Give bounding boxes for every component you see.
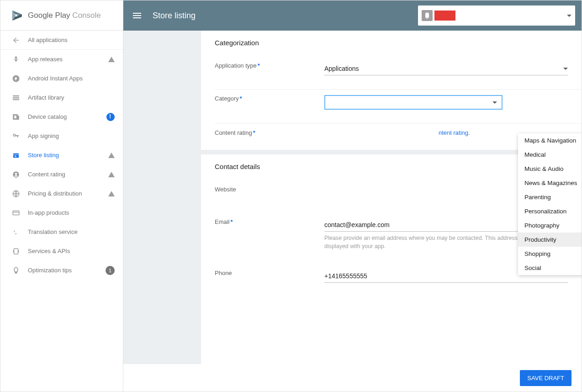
- category-select[interactable]: [324, 95, 503, 110]
- content-rating-label: Content rating*: [215, 129, 324, 136]
- website-label: Website: [215, 186, 324, 193]
- left-gutter: [123, 31, 201, 392]
- globe-icon: [11, 189, 21, 198]
- save-draft-button[interactable]: SAVE DRAFT: [520, 370, 571, 386]
- key-icon: [11, 132, 21, 141]
- app-type-label: Application type*: [215, 62, 324, 69]
- nav-instant-apps[interactable]: Android Instant Apps: [0, 69, 123, 88]
- warning-icon: [108, 172, 115, 177]
- nav-app-releases[interactable]: App releases: [0, 50, 123, 69]
- nav-services-apis[interactable]: Services & APIs: [0, 242, 123, 261]
- nav-translation[interactable]: Translation service: [0, 222, 123, 242]
- category-option[interactable]: News & Magazines: [518, 176, 582, 190]
- logo: Google Play Console: [0, 0, 123, 31]
- nav-all-applications[interactable]: All applications: [0, 31, 123, 50]
- footer: SAVE DRAFT: [123, 364, 582, 392]
- category-option[interactable]: Parenting: [518, 190, 582, 204]
- svg-rect-6: [14, 249, 18, 254]
- app-type-select[interactable]: Applications: [324, 62, 568, 75]
- rating-icon: [11, 170, 21, 179]
- chevron-down-icon: [567, 15, 571, 17]
- main: Store listing Categorization Applicatio: [123, 0, 582, 392]
- back-arrow-icon: [11, 36, 21, 45]
- category-option[interactable]: Medical: [518, 148, 582, 162]
- svg-rect-4: [13, 211, 19, 215]
- nav-content-rating[interactable]: Content rating: [0, 165, 123, 184]
- nav-device-catalog[interactable]: Device catalog: [0, 107, 123, 127]
- warning-icon: [108, 57, 115, 62]
- nav-store-listing[interactable]: Store listing: [0, 146, 123, 165]
- category-option[interactable]: Photography: [518, 218, 582, 233]
- category-option[interactable]: Productivity: [518, 233, 582, 247]
- nav-in-app-products[interactable]: In-app products: [0, 203, 123, 222]
- svg-point-2: [15, 173, 17, 175]
- chevron-down-icon: [492, 101, 497, 104]
- bolt-icon: [11, 74, 21, 83]
- play-console-logo-icon: [11, 9, 24, 22]
- android-icon: [422, 10, 433, 21]
- rocket-icon: [11, 55, 21, 64]
- logo-text: Google Play Console: [28, 11, 101, 20]
- app-picker[interactable]: [418, 5, 575, 26]
- nav-pricing[interactable]: Pricing & distribution: [0, 184, 123, 203]
- warning-icon: [108, 153, 115, 158]
- content-rating-link[interactable]: ntent rating.: [439, 129, 470, 136]
- svg-rect-5: [13, 212, 19, 212]
- shop-icon: [11, 151, 21, 160]
- phone-label: Phone: [215, 270, 324, 276]
- menu-icon[interactable]: [132, 10, 143, 21]
- category-option[interactable]: Music & Audio: [518, 162, 582, 176]
- translate-icon: [11, 228, 21, 237]
- category-label: Category*: [215, 95, 324, 102]
- sidebar: Google Play Console All applications App…: [0, 0, 123, 392]
- nav-artifact-library[interactable]: Artifact library: [0, 88, 123, 107]
- warning-icon: [108, 191, 115, 196]
- category-option[interactable]: Maps & Navigation: [518, 133, 582, 148]
- app-name-redacted: [434, 11, 455, 21]
- page-title: Store listing: [153, 11, 196, 21]
- card-icon: [11, 208, 21, 217]
- library-icon: [11, 93, 21, 102]
- info-badge-icon: [106, 113, 115, 121]
- count-badge: 1: [106, 266, 115, 275]
- device-icon: [11, 112, 21, 122]
- nav-app-signing[interactable]: App signing: [0, 127, 123, 146]
- bulb-icon: [11, 266, 21, 275]
- category-option[interactable]: Personalization: [518, 204, 582, 218]
- header-bar: Store listing: [123, 0, 582, 31]
- services-icon: [11, 247, 21, 256]
- categorization-heading: Categorization: [215, 39, 582, 47]
- categorization-section: Categorization Application type* Applica…: [201, 31, 582, 150]
- nav-optimization-tips[interactable]: Optimization tips 1: [0, 261, 123, 280]
- chevron-down-icon: [563, 68, 568, 70]
- category-option[interactable]: Social: [518, 261, 582, 275]
- email-label: Email*: [215, 218, 324, 225]
- category-dropdown: Maps & NavigationMedicalMusic & AudioNew…: [518, 133, 582, 275]
- category-option[interactable]: Shopping: [518, 247, 582, 261]
